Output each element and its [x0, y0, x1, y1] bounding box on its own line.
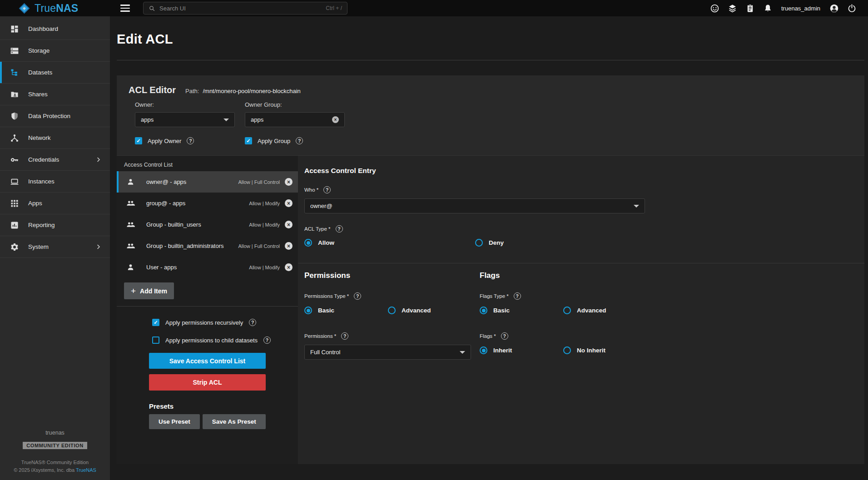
global-search[interactable]: Ctrl + / [143, 2, 347, 15]
page-title: Edit ACL [117, 32, 868, 47]
help-icon[interactable]: ? [323, 186, 331, 193]
help-icon[interactable]: ? [296, 137, 303, 144]
presets-heading: Presets [149, 402, 298, 410]
sidebar-item-storage[interactable]: Storage [0, 40, 110, 62]
sidebar-item-data-protection[interactable]: Data Protection [0, 105, 110, 127]
remove-entry-icon[interactable]: × [285, 199, 293, 207]
main-content: Edit ACL ACL Editor Path: /mnt/monero-po… [110, 16, 868, 480]
search-icon [149, 5, 155, 12]
help-icon[interactable]: ? [263, 336, 271, 344]
use-preset-button[interactable]: Use Preset [149, 414, 200, 429]
sidebar-item-system[interactable]: System [0, 236, 110, 258]
user-icon [126, 178, 135, 186]
dashboard-icon [10, 25, 19, 34]
acl-type-deny-radio[interactable] [475, 239, 483, 247]
acl-entry-row[interactable]: User - apps Allow | Modify × [117, 257, 298, 278]
help-icon[interactable]: ? [514, 292, 521, 300]
user-avatar-icon[interactable] [829, 3, 839, 13]
save-as-preset-button[interactable]: Save As Preset [203, 414, 266, 429]
jobs-clipboard-icon[interactable] [745, 3, 755, 13]
feedback-smiley-icon[interactable] [709, 3, 719, 13]
owner-label: Owner: [135, 101, 235, 108]
sidebar-item-apps[interactable]: Apps [0, 193, 110, 214]
search-shortcut-hint: Ctrl + / [326, 5, 342, 11]
apply-owner-label: Apply Owner [148, 138, 181, 144]
acl-entry-row[interactable]: Group - builtin_administrators Allow | F… [117, 235, 298, 257]
flags-heading: Flags [480, 271, 655, 280]
flags-type-basic-radio[interactable] [480, 307, 487, 314]
bar-chart-icon [10, 221, 19, 230]
save-acl-button[interactable]: Save Access Control List [149, 353, 266, 369]
help-icon[interactable]: ? [354, 292, 361, 300]
topbar-actions: truenas_admin [709, 3, 868, 13]
sidebar-item-reporting[interactable]: Reporting [0, 214, 110, 236]
clear-icon[interactable]: × [332, 116, 339, 123]
chevron-right-icon [95, 156, 102, 163]
acl-entry-row[interactable]: owner@ - apps Allow | Full Control × [117, 171, 298, 193]
acl-list-heading: Access Control List [124, 162, 298, 168]
remove-entry-icon[interactable]: × [285, 263, 293, 271]
truenas-link[interactable]: TrueNAS [76, 467, 96, 473]
username-label: truenas_admin [781, 5, 820, 12]
help-icon[interactable]: ? [501, 332, 508, 340]
panel-divider [298, 263, 864, 263]
search-input[interactable] [159, 5, 322, 12]
acl-editor-heading: ACL Editor [129, 85, 176, 95]
sidebar-item-datasets[interactable]: Datasets [0, 62, 110, 84]
permissions-label: Permissions * [304, 333, 336, 339]
edition-badge: COMMUNITY EDITION [23, 442, 87, 449]
brand-text: TrueNAS [35, 2, 78, 15]
remove-entry-icon[interactable]: × [285, 221, 293, 228]
permissions-heading: Permissions [304, 271, 480, 280]
list-divider [117, 306, 298, 307]
apply-owner-checkbox[interactable]: ✓ [135, 137, 142, 144]
acl-entry-row[interactable]: Group - builtin_users Allow | Modify × [117, 214, 298, 235]
sidebar-item-dashboard[interactable]: Dashboard [0, 18, 110, 40]
permissions-type-basic-radio[interactable] [304, 307, 312, 314]
flags-inherit-radio[interactable] [480, 346, 487, 354]
add-item-button[interactable]: + Add Item [124, 282, 174, 299]
sidebar-item-credentials[interactable]: Credentials [0, 149, 110, 171]
key-icon [10, 155, 19, 164]
recursive-checkbox[interactable]: ✓ [152, 319, 159, 326]
remove-entry-icon[interactable]: × [285, 178, 293, 186]
help-icon[interactable]: ? [341, 332, 348, 340]
flags-type-advanced-radio[interactable] [563, 307, 571, 314]
title-divider [117, 60, 864, 60]
power-icon[interactable] [847, 3, 857, 13]
owner-group-input[interactable]: apps × [245, 112, 345, 127]
group-icon [126, 242, 135, 250]
acl-entry-row[interactable]: group@ - apps Allow | Modify × [117, 193, 298, 214]
sidebar-item-shares[interactable]: Shares [0, 84, 110, 105]
ixsystems-stack-icon[interactable] [727, 3, 737, 13]
access-control-list-panel: Access Control List owner@ - apps Allow … [117, 156, 298, 464]
laptop-icon [10, 177, 19, 186]
flags-no-inherit-radio[interactable] [563, 346, 571, 354]
owner-select[interactable]: apps [135, 112, 235, 127]
acl-editor-card: ACL Editor Path: /mnt/monero-pool/monero… [117, 75, 864, 464]
acl-type-allow-radio[interactable] [304, 239, 312, 247]
help-icon[interactable]: ? [336, 225, 343, 233]
help-icon[interactable]: ? [249, 319, 256, 326]
shares-folder-icon [10, 90, 19, 99]
sidebar-item-instances[interactable]: Instances [0, 171, 110, 193]
owner-group-label: Owner Group: [245, 101, 345, 108]
alerts-bell-icon[interactable] [763, 3, 773, 13]
apply-group-checkbox[interactable]: ✓ [245, 137, 252, 144]
strip-acl-button[interactable]: Strip ACL [149, 374, 266, 391]
help-icon[interactable]: ? [187, 137, 194, 144]
product-label: TrueNAS® Community Edition [0, 460, 110, 465]
who-select[interactable]: owner@ [304, 198, 645, 213]
child-datasets-label: Apply permissions to child datasets [165, 337, 258, 344]
menu-toggle-button[interactable] [119, 3, 132, 14]
permissions-select[interactable]: Full Control [304, 345, 471, 360]
sidebar-item-network[interactable]: Network [0, 127, 110, 149]
datasets-tree-icon [10, 68, 19, 77]
permissions-type-advanced-radio[interactable] [388, 307, 396, 314]
child-datasets-checkbox[interactable] [152, 336, 159, 344]
dropdown-caret-icon [460, 351, 465, 354]
truenas-brand[interactable]: TrueNAS [0, 2, 110, 15]
recursive-label: Apply permissions recursively [165, 319, 243, 326]
remove-entry-icon[interactable]: × [285, 242, 293, 250]
chevron-right-icon [95, 243, 102, 250]
